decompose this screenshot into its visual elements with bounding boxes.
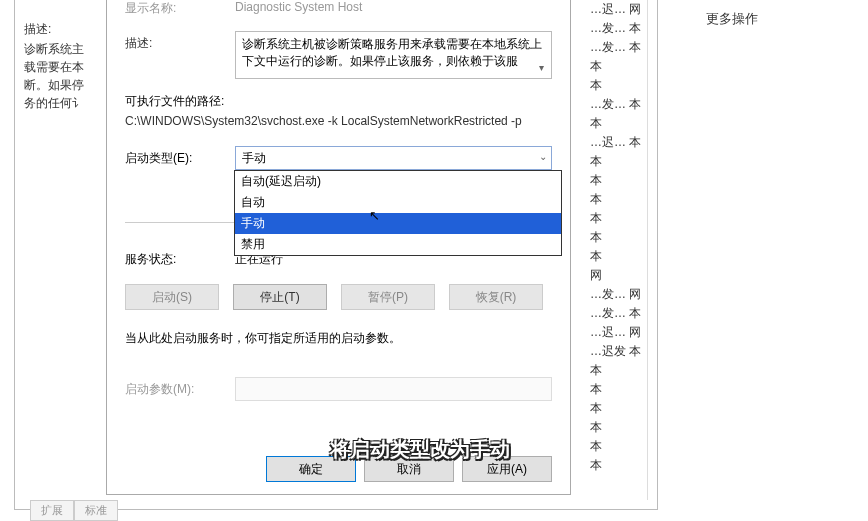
chevron-down-icon: ⌄ — [539, 151, 547, 162]
bg-cell: 本 — [588, 247, 647, 266]
bg-cell: 本 — [588, 57, 647, 76]
scroll-down-icon[interactable]: ▾ — [533, 60, 549, 74]
video-caption: 将启动类型改为手动 — [330, 436, 510, 463]
left-desc-text: 诊断系统主 载需要在本 断。如果停 务的任何讠 — [24, 40, 104, 112]
tab-extended[interactable]: 扩展 — [30, 500, 74, 521]
startup-type-dropdown: 自动(延迟启动) 自动 手动 禁用 — [234, 170, 562, 256]
startup-type-combobox[interactable]: 手动 ⌄ — [235, 146, 552, 170]
more-operations-link[interactable]: 更多操作 — [706, 10, 856, 28]
bg-cell: 本 — [588, 152, 647, 171]
start-button[interactable]: 启动(S) — [125, 284, 219, 310]
description-label: 描述: — [125, 31, 235, 52]
description-textarea[interactable]: 诊断系统主机被诊断策略服务用来承载需要在本地系统上下文中运行的诊断。如果停止该服… — [235, 31, 552, 79]
startup-type-label: 启动类型(E): — [125, 150, 235, 167]
service-properties-dialog: 显示名称: Diagnostic System Host 描述: 诊断系统主机被… — [106, 0, 571, 495]
exec-path-value: C:\WINDOWS\System32\svchost.exe -k Local… — [125, 114, 552, 128]
right-actions-panel: 更多操作 — [706, 10, 856, 28]
startup-params-hint: 当从此处启动服务时，你可指定所适用的启动参数。 — [125, 330, 552, 347]
display-name-value: Diagnostic System Host — [235, 0, 362, 14]
startup-type-value: 手动 — [242, 151, 266, 165]
service-status-label: 服务状态: — [125, 251, 235, 268]
description-text: 诊断系统主机被诊断策略服务用来承载需要在本地系统上下文中运行的诊断。如果停止该服… — [242, 37, 542, 68]
startup-params-label: 启动参数(M): — [125, 381, 235, 398]
bg-cell: 本 — [588, 190, 647, 209]
bg-cell: 本 — [588, 456, 647, 475]
bg-cell: 本 — [588, 399, 647, 418]
resume-button[interactable]: 恢复(R) — [449, 284, 543, 310]
left-desc-title: 描述: — [24, 20, 104, 38]
bg-cell: 网 — [588, 266, 647, 285]
bg-cell: 本 — [588, 76, 647, 95]
bg-cell: …迟… 网 — [588, 0, 647, 19]
bg-cell: 本 — [588, 209, 647, 228]
display-name-label: 显示名称: — [125, 0, 235, 17]
tab-standard[interactable]: 标准 — [74, 500, 118, 521]
bg-cell: 本 — [588, 418, 647, 437]
bg-cell: 本 — [588, 437, 647, 456]
bg-cell: 本 — [588, 361, 647, 380]
bg-cell: …发… 本 — [588, 95, 647, 114]
startup-params-input[interactable] — [235, 377, 552, 401]
bg-cell: 本 — [588, 114, 647, 133]
pause-button[interactable]: 暂停(P) — [341, 284, 435, 310]
left-description-panel: 描述: 诊断系统主 载需要在本 断。如果停 务的任何讠 — [24, 20, 104, 112]
dropdown-option-disabled[interactable]: 禁用 — [235, 234, 561, 255]
bg-cell: …发… 本 — [588, 304, 647, 323]
bg-cell: …迟发 本 — [588, 342, 647, 361]
bg-cell: …迟… 网 — [588, 323, 647, 342]
bg-cell: 本 — [588, 228, 647, 247]
bg-cell: …迟… 本 — [588, 133, 647, 152]
bg-cell: 本 — [588, 380, 647, 399]
bg-cell: …发… 本 — [588, 38, 647, 57]
dropdown-option-auto[interactable]: 自动 — [235, 192, 561, 213]
exec-path-label: 可执行文件的路径: — [125, 93, 552, 110]
bg-column-1: …迟… 网 …发… 本 …发… 本 本 本 …发… 本 本 …迟… 本 本 本 … — [588, 0, 648, 500]
bg-cell: …发… 本 — [588, 19, 647, 38]
bg-cell: …发… 网 — [588, 285, 647, 304]
stop-button[interactable]: 停止(T) — [233, 284, 327, 310]
dropdown-option-manual[interactable]: 手动 — [235, 213, 561, 234]
dropdown-option-auto-delayed[interactable]: 自动(延迟启动) — [235, 171, 561, 192]
bg-cell: 本 — [588, 171, 647, 190]
